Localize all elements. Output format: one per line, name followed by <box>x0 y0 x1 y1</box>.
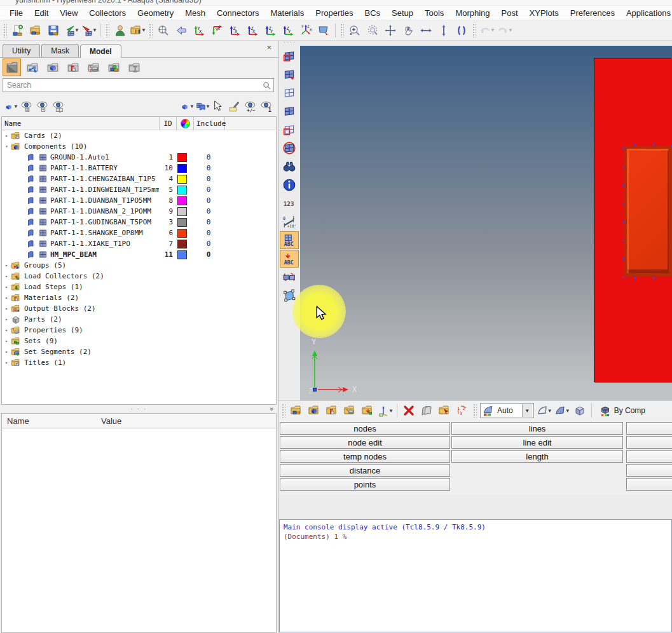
view-zx-icon[interactable]: ZX <box>226 22 243 39</box>
translate-h-icon[interactable] <box>417 22 435 39</box>
menu-post[interactable]: Post <box>496 7 524 19</box>
expand-arrow-icon[interactable]: ▾ <box>3 144 10 149</box>
entity-assembly-icon[interactable] <box>104 58 123 76</box>
viewport[interactable]: YZX <box>300 46 672 400</box>
tree-folder-row[interactable]: ▸Cards (2) <box>2 130 276 141</box>
toolbar-grip[interactable] <box>473 404 477 418</box>
collector-system-icon[interactable]: ▼ <box>376 402 394 419</box>
import-icon[interactable]: ▼ <box>62 22 80 39</box>
panel-button-blank[interactable] <box>626 450 672 463</box>
panel-button-blank[interactable] <box>626 464 672 477</box>
menu-applications[interactable]: Applications <box>621 7 672 19</box>
panel-button-distance[interactable]: distance <box>280 464 450 477</box>
delete-x-icon[interactable] <box>400 402 418 419</box>
tree-component-row[interactable]: PART-1-1.DUANBAN_T1PO5MM80 <box>2 195 276 206</box>
by-comp-button[interactable]: By Comp <box>594 402 650 419</box>
measure-ruler-icon[interactable]: 01+10' <box>280 213 299 231</box>
renumber-123-icon[interactable]: 1 23 <box>453 402 471 419</box>
tree-folder-row[interactable]: ▸Output Blocks (2) <box>2 303 276 314</box>
expand-arrow-icon[interactable]: ▸ <box>3 273 10 279</box>
view-xz-icon[interactable]: ZX <box>243 22 261 39</box>
undo-icon[interactable]: ▼ <box>478 22 496 39</box>
panel-button-nodes[interactable]: nodes <box>280 422 450 435</box>
redo-icon[interactable]: ▼ <box>496 22 514 39</box>
tree-folder-row[interactable]: ▸Groups (5) <box>2 260 276 271</box>
tree-component-row[interactable]: PART-1-1.CHENGZAIBAN_T1P540 <box>2 174 276 184</box>
entity-property-icon[interactable]: tT <box>84 58 102 76</box>
tree-component-row[interactable]: GROUND-1.Auto110 <box>2 152 276 163</box>
previous-view-icon[interactable] <box>172 22 190 39</box>
menu-xyplots[interactable]: XYPlots <box>524 7 565 19</box>
binoculars-icon[interactable] <box>280 158 299 175</box>
menu-collectors[interactable]: Collectors <box>83 7 132 19</box>
wireframe-mesh-icon[interactable] <box>280 84 299 102</box>
expand-arrow-icon[interactable]: ▸ <box>3 316 10 322</box>
tree-component-row[interactable]: PART-1-1.DUANBAN_2_1POMM90 <box>2 206 276 217</box>
expand-arrow-icon[interactable]: ▸ <box>3 262 10 268</box>
rotate-braces-icon[interactable] <box>453 22 470 39</box>
wireframe-mesh-box-icon[interactable] <box>280 121 299 139</box>
save-file-icon[interactable] <box>45 22 62 39</box>
fit-view-icon[interactable] <box>154 22 172 39</box>
search-input[interactable] <box>6 80 263 90</box>
collapse-chevron-icon[interactable]: » <box>269 407 276 411</box>
strip-drag-handle[interactable]: ···· <box>278 41 672 46</box>
dynamic-rotate-icon[interactable] <box>315 22 333 39</box>
geometry-style-icon[interactable]: ▼ <box>179 99 195 114</box>
menu-bcs[interactable]: BCs <box>359 7 386 19</box>
expand-arrow-icon[interactable]: ▸ <box>3 360 10 365</box>
panel-button-blank[interactable] <box>626 436 672 449</box>
component-color-swatch[interactable] <box>177 250 187 259</box>
tree-component-row[interactable]: HM_MPC_BEAM110 <box>2 249 276 260</box>
tcl-console[interactable]: Main console display active (Tcl8.5.9 / … <box>279 519 672 632</box>
toolbar-grip[interactable] <box>340 24 344 37</box>
shaded-mesh-arrow-icon[interactable] <box>280 65 299 83</box>
translate-v-icon[interactable] <box>435 22 453 39</box>
tree-component-row[interactable]: PART-1-1.BATTERY100 <box>2 163 276 174</box>
expand-arrow-icon[interactable]: ▸ <box>3 295 10 301</box>
highlight-icon[interactable] <box>226 99 242 114</box>
tab-mask[interactable]: Mask <box>41 44 79 57</box>
eye-plusminus-icon[interactable]: +/− <box>242 99 258 114</box>
tree-folder-row[interactable]: ▸tProperties (9) <box>2 325 276 336</box>
tree-folder-row[interactable]: ▾Components (10) <box>2 141 276 152</box>
component-color-swatch[interactable] <box>177 153 187 162</box>
entity-material-icon[interactable] <box>64 58 82 76</box>
menu-morphing[interactable]: Morphing <box>449 7 495 19</box>
panel-button-lines[interactable]: lines <box>451 422 623 435</box>
panel-button-line-edit[interactable]: line edit <box>451 436 623 449</box>
entity-editor-body[interactable] <box>1 428 277 633</box>
zoom-in-icon[interactable] <box>346 22 364 39</box>
tab-utility[interactable]: Utility <box>3 44 40 57</box>
expand-arrow-icon[interactable]: ▸ <box>3 327 10 333</box>
menu-mesh[interactable]: Mesh <box>179 7 211 19</box>
component-color-swatch[interactable] <box>177 164 187 173</box>
toolbar-grip[interactable] <box>282 404 285 418</box>
menu-materials[interactable]: Materials <box>264 7 310 19</box>
menu-preferences[interactable]: Preferences <box>565 7 621 19</box>
eye-expand-icon[interactable] <box>18 99 34 114</box>
view-yx-icon[interactable]: YX <box>190 22 208 39</box>
close-icon[interactable]: × <box>266 43 271 52</box>
panel-splitter[interactable]: · · · » <box>0 405 278 413</box>
panel-button-length[interactable]: length <box>451 450 623 463</box>
eye-sync-icon[interactable] <box>50 99 66 114</box>
view-yz-icon[interactable]: ZY <box>279 22 297 39</box>
menu-geometry[interactable]: Geometry <box>132 7 179 19</box>
tree-folder-row[interactable]: ▸Parts (2) <box>2 314 276 325</box>
menu-file[interactable]: File <box>4 7 29 19</box>
component-color-swatch[interactable] <box>177 196 187 205</box>
tree-component-row[interactable]: PART-1-1.SHANGKE_OP8MM60 <box>2 228 276 238</box>
tab-model[interactable]: Model <box>80 44 121 58</box>
component-color-swatch[interactable] <box>177 229 187 238</box>
tree-folder-row[interactable]: ▸Set Segments (2) <box>2 346 276 357</box>
view-xy-icon[interactable]: YX <box>208 22 226 39</box>
tree-folder-row[interactable]: ▸Sets (9) <box>2 336 276 346</box>
component-color-swatch[interactable] <box>177 186 187 194</box>
tree-folder-row[interactable]: ▸Load Steps (1) <box>2 282 276 292</box>
reverse-elements-icon[interactable] <box>280 268 299 286</box>
component-color-swatch[interactable] <box>177 207 187 216</box>
pan-icon[interactable] <box>381 22 399 39</box>
entity-beamsection-icon[interactable] <box>125 58 143 76</box>
expand-arrow-icon[interactable]: ▸ <box>3 349 10 355</box>
